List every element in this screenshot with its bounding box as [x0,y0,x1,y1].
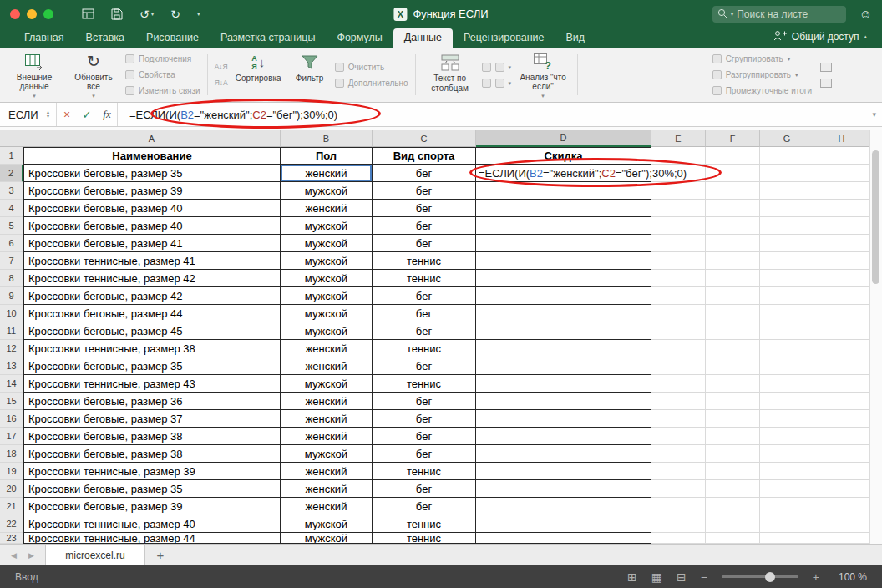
cell-D23[interactable] [476,533,651,544]
flash-fill-button[interactable]: ▾ [482,61,512,74]
cell-H7[interactable] [814,252,869,270]
cell-F8[interactable] [706,270,760,287]
cell-A14[interactable]: Кроссовки теннисные, размер 43 [23,375,281,393]
cell-H1[interactable] [814,147,869,165]
row-number-15[interactable]: 15 [0,393,23,410]
cell-F12[interactable] [706,340,760,357]
cell-A13[interactable]: Кроссовки беговые, размер 35 [23,357,281,375]
cell-E13[interactable] [651,357,706,375]
cell-D17[interactable] [476,428,651,445]
tab-insert[interactable]: Вставка [75,28,135,48]
row-number-6[interactable]: 6 [0,235,23,252]
sheet-tab-active[interactable]: microexcel.ru [45,545,145,565]
search-box[interactable]: ▾ [712,6,846,23]
cell-G7[interactable] [760,252,814,270]
cell-E1[interactable] [651,147,706,165]
cell-D5[interactable] [476,217,651,235]
cell-H3[interactable] [814,182,869,200]
cell-D9[interactable] [476,287,651,305]
column-header-B[interactable]: B [281,130,373,147]
row-number-22[interactable]: 22 [0,515,23,533]
cell-D18[interactable] [476,445,651,463]
column-header-A[interactable]: A [23,130,281,147]
cell-C8[interactable]: теннис [373,270,476,287]
scrollbar-thumb[interactable] [872,150,879,284]
row-number-11[interactable]: 11 [0,322,23,340]
cell-C14[interactable]: теннис [373,375,476,393]
cell-F2[interactable] [706,165,760,182]
cell-H9[interactable] [814,287,869,305]
cell-F3[interactable] [706,182,760,200]
cell-G8[interactable] [760,270,814,287]
add-sheet-button[interactable]: + [145,545,175,565]
cell-F14[interactable] [706,375,760,393]
row-number-21[interactable]: 21 [0,498,23,515]
cell-C22[interactable]: теннис [373,515,476,533]
cell-A1[interactable]: Наименование [23,147,281,165]
cell-G11[interactable] [760,322,814,340]
cell-E8[interactable] [651,270,706,287]
formula-input[interactable]: =ЕСЛИ(И(B2="женский";C2="бег");30%;0) [129,109,337,121]
insert-function-button[interactable]: fx [97,108,117,121]
group-button[interactable]: Сгруппировать▾ [712,53,812,65]
cell-G20[interactable] [760,480,814,498]
cell-A2[interactable]: Кроссовки беговые, размер 35 [23,165,281,182]
cell-C15[interactable]: бег [373,393,476,410]
cell-E18[interactable] [651,445,706,463]
row-number-12[interactable]: 12 [0,340,23,357]
cell-E19[interactable] [651,463,706,480]
cell-D22[interactable] [476,515,651,533]
cell-C2[interactable]: бег [373,165,476,182]
cell-F20[interactable] [706,480,760,498]
search-input[interactable] [737,8,840,20]
cell-G21[interactable] [760,498,814,515]
cell-B22[interactable]: мужской [281,515,373,533]
cell-B2[interactable]: женский [281,165,373,182]
cell-G15[interactable] [760,393,814,410]
cell-A12[interactable]: Кроссовки теннисные, размер 38 [23,340,281,357]
cell-F18[interactable] [706,445,760,463]
ungroup-button[interactable]: Разгруппировать▾ [712,68,812,81]
cell-G17[interactable] [760,428,814,445]
properties-button[interactable]: Свойства [125,68,200,81]
cell-H17[interactable] [814,428,869,445]
cell-E7[interactable] [651,252,706,270]
zoom-out-button[interactable]: − [701,571,707,583]
previous-sheet-icon[interactable]: ◀ [11,551,17,560]
cell-A15[interactable]: Кроссовки беговые, размер 36 [23,393,281,410]
cell-C21[interactable]: бег [373,498,476,515]
cell-B17[interactable]: женский [281,428,373,445]
tab-review[interactable]: Рецензирование [453,28,555,48]
cell-E22[interactable] [651,515,706,533]
cell-B15[interactable]: женский [281,393,373,410]
sort-ascending-button[interactable]: А↓Я [215,61,228,74]
cell-E16[interactable] [651,410,706,428]
row-number-2[interactable]: 2 [0,165,23,182]
cell-C1[interactable]: Вид спорта [373,147,476,165]
tab-data[interactable]: Данные [393,28,453,48]
column-header-C[interactable]: C [373,130,476,147]
cell-H13[interactable] [814,357,869,375]
zoom-level[interactable]: 100 % [834,571,867,583]
cell-H20[interactable] [814,480,869,498]
cell-E21[interactable] [651,498,706,515]
cell-A20[interactable]: Кроссовки беговые, размер 35 [23,480,281,498]
cell-A18[interactable]: Кроссовки беговые, размер 38 [23,445,281,463]
row-number-17[interactable]: 17 [0,428,23,445]
cell-C23[interactable]: теннис [373,533,476,544]
cell-D20[interactable] [476,480,651,498]
page-break-view-icon[interactable]: ⊟ [677,571,687,583]
cell-F1[interactable] [706,147,760,165]
cell-A17[interactable]: Кроссовки беговые, размер 38 [23,428,281,445]
minimize-window-button[interactable] [27,9,37,19]
cell-G23[interactable] [760,533,814,544]
cell-G18[interactable] [760,445,814,463]
cell-B4[interactable]: женский [281,200,373,217]
what-if-analysis-button[interactable]: ? Анализ "что если" ▾ [515,50,570,99]
cell-F21[interactable] [706,498,760,515]
cell-C19[interactable]: теннис [373,463,476,480]
cell-F5[interactable] [706,217,760,235]
cell-G10[interactable] [760,305,814,322]
cell-H14[interactable] [814,375,869,393]
row-number-20[interactable]: 20 [0,480,23,498]
